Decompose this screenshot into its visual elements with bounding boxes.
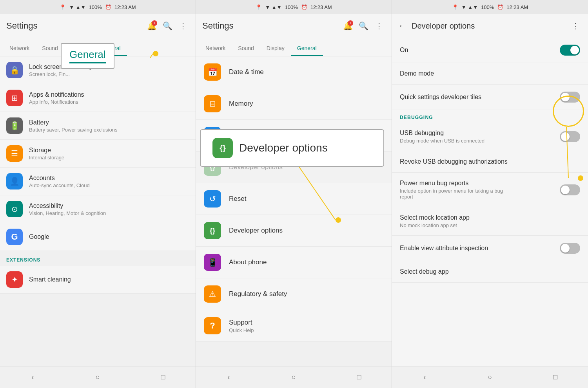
more-button-1[interactable]: ⋮ (177, 20, 189, 32)
list-item-accessibility[interactable]: ⊙ Accessibility Vision, Hearing, Motor &… (0, 195, 196, 223)
support-icon: ? (204, 317, 221, 334)
usb-toggle-dot (578, 175, 583, 181)
alarm-icon: ⏰ (105, 4, 111, 10)
mock-location-row[interactable]: Select mock location app No mock locatio… (392, 207, 588, 236)
support-desc: Quick Help (229, 327, 254, 333)
search-icon: 🔍 (163, 21, 172, 31)
list-item-reset[interactable]: ↺ Reset (196, 183, 392, 215)
demo-mode-row[interactable]: Demo mode (392, 63, 588, 85)
tab-general-2[interactable]: General (291, 40, 323, 56)
dev-on-toggle-knob (570, 46, 579, 54)
view-attribute-label: Enable view attribute inspection (400, 245, 488, 252)
storage-icon: ☰ (6, 145, 23, 162)
bottom-nav-1: ‹ ○ □ (0, 366, 196, 388)
quick-settings-row: Quick settings developer tiles (392, 85, 588, 110)
regulatory-name: Regulatory & safety (229, 290, 287, 298)
recent-button-2[interactable]: □ (349, 368, 369, 387)
list-item-developer-2[interactable]: {} Developer options (196, 215, 392, 247)
demo-mode-label: Demo mode (400, 70, 434, 77)
more-button-3[interactable]: ⋮ (569, 20, 582, 32)
list-item-date-time[interactable]: 📅 Date & time (196, 56, 392, 88)
date-time-name: Date & time (229, 68, 264, 76)
notification-button-2[interactable]: 🔔 1 (341, 20, 354, 32)
back-arrow-button[interactable]: ← (398, 21, 407, 31)
lock-screen-desc: Screen lock, Fin... (29, 71, 189, 77)
tab-sound-2[interactable]: Sound (232, 40, 260, 56)
power-menu-toggle-knob (561, 186, 570, 194)
general-tab-dot (153, 51, 158, 56)
select-debug-app-row[interactable]: Select debug app (392, 261, 588, 283)
battery-desc: Battery saver, Power saving exclusions (29, 127, 189, 133)
list-item-apps[interactable]: ⊞ Apps & notifications App info, Notific… (0, 84, 196, 112)
power-menu-label: Power menu bug reports (400, 180, 510, 187)
status-bar-3: 📍 ▼ ▲▼ 100% ⏰ 12:23 AM (392, 0, 588, 14)
tab-display-2[interactable]: Display (260, 40, 291, 56)
view-attribute-row: Enable view attribute inspection (392, 236, 588, 261)
status-bar-2: 📍 ▼ ▲▼ 100% ⏰ 12:23 AM (196, 0, 392, 14)
battery-2: 100% (285, 4, 298, 10)
more-button-2[interactable]: ⋮ (373, 20, 385, 32)
view-attribute-toggle[interactable] (560, 243, 580, 254)
home-button-1[interactable]: ○ (88, 368, 107, 387)
usb-debugging-toggle[interactable] (560, 131, 580, 142)
more-icon: ⋮ (179, 21, 187, 31)
alarm-icon-2: ⏰ (301, 4, 307, 10)
back-button-1[interactable]: ‹ (23, 368, 42, 387)
back-button-2[interactable]: ‹ (219, 368, 238, 387)
status-bar-1: 📍 ▼ ▲▼ 100% ⏰ 12:23 AM (0, 0, 196, 14)
signal-icons-3: ▼ ▲▼ (461, 4, 478, 10)
revoke-usb-row[interactable]: Revoke USB debugging authorizations (392, 151, 588, 173)
debugging-section-label: DEBUGGING (392, 110, 588, 123)
list-item-smart-cleaning[interactable]: ✦ Smart cleaning (0, 266, 196, 294)
list-item-battery[interactable]: 🔋 Battery Battery saver, Power saving ex… (0, 112, 196, 140)
tab-network-1[interactable]: Network (3, 40, 36, 56)
panel-2: 📍 ▼ ▲▼ 100% ⏰ 12:23 AM Settings 🔔 1 🔍 ⋮ … (196, 0, 392, 388)
accounts-icon: 👤 (6, 173, 23, 189)
smart-cleaning-name: Smart cleaning (29, 276, 189, 283)
battery-3: 100% (481, 4, 494, 10)
home-button-3[interactable]: ○ (480, 368, 500, 387)
tab-sound-1[interactable]: Sound (36, 40, 64, 56)
time-3: 12:23 AM (506, 4, 528, 10)
power-menu-toggle[interactable] (560, 184, 580, 195)
list-item-memory[interactable]: ⊟ Memory (196, 88, 392, 120)
storage-name: Storage (29, 147, 189, 154)
general-callout-underline (69, 62, 106, 63)
back-button-3[interactable]: ‹ (415, 368, 434, 387)
usb-debugging-desc: Debug mode when USB is connected (400, 138, 485, 144)
date-time-icon: 📅 (204, 63, 221, 81)
home-button-2[interactable]: ○ (284, 368, 303, 387)
list-item-accounts[interactable]: 👤 Accounts Auto-sync accounts, Cloud (0, 168, 196, 195)
alarm-icon-3: ⏰ (497, 4, 503, 10)
settings-list-1: 🔒 Lock screen & security Screen lock, Fi… (0, 56, 196, 366)
dev-options-content: On Demo mode Quick settings developer ti… (392, 38, 588, 366)
tab-network-2[interactable]: Network (199, 40, 232, 56)
list-item-regulatory[interactable]: ⚠ Regulatory & safety (196, 278, 392, 310)
notification-button-1[interactable]: 🔔 1 (145, 20, 158, 32)
battery-icon: 🔋 (6, 117, 23, 134)
list-item-storage[interactable]: ☰ Storage Internal storage (0, 140, 196, 168)
dev-callout-text: Developer options (239, 142, 328, 154)
reset-icon: ↺ (204, 190, 221, 208)
settings-list-2: 📅 Date & time ⊟ Memory ☁ Backup {} Devel… (196, 56, 392, 366)
list-item-support[interactable]: ? Support Quick Help (196, 310, 392, 342)
apps-desc: App info, Notifications (29, 99, 189, 105)
recent-button-3[interactable]: □ (546, 368, 565, 387)
list-item-about-phone[interactable]: 📱 About phone (196, 247, 392, 278)
recent-button-1[interactable]: □ (153, 368, 173, 387)
bottom-nav-3: ‹ ○ □ (392, 366, 588, 388)
search-button-2[interactable]: 🔍 (357, 20, 370, 32)
support-name: Support (229, 319, 254, 327)
quick-settings-toggle[interactable] (560, 92, 580, 103)
search-button-1[interactable]: 🔍 (161, 20, 174, 32)
location-icon: 📍 (60, 4, 66, 10)
time-1: 12:23 AM (114, 4, 136, 10)
view-attribute-toggle-knob (561, 244, 570, 253)
dev-on-toggle[interactable] (560, 45, 580, 56)
list-item-google[interactable]: G Google (0, 223, 196, 251)
dev-options-dot (336, 217, 341, 223)
usb-debugging-row: USB debugging Debug mode when USB is con… (392, 123, 588, 151)
general-callout-text: General (69, 49, 106, 61)
mock-location-desc: No mock location app set (400, 222, 470, 228)
notification-badge-1: 1 (152, 20, 157, 26)
